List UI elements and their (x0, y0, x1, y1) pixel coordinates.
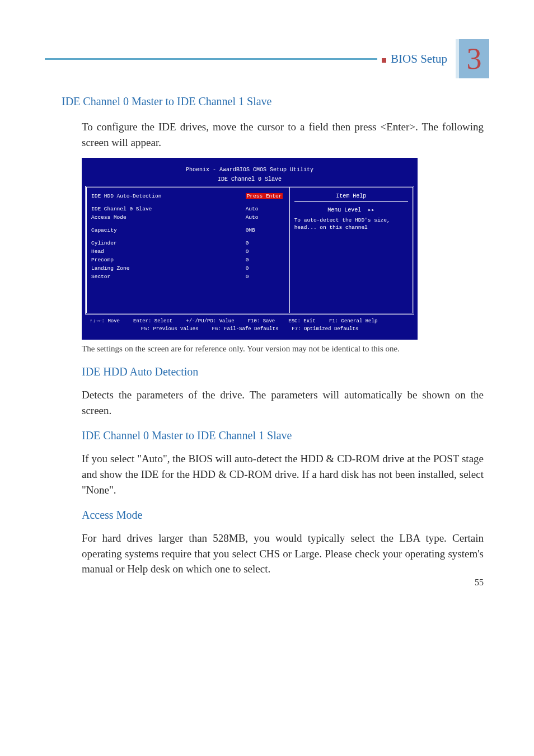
bios-left-panel: IDE HDD Auto-Detection Press Enter IDE C… (87, 187, 290, 313)
bios-footer-pupd: +/-/PU/PD: Value (186, 318, 234, 326)
section-2-text: Detects the parameters of the drive. The… (82, 387, 484, 418)
bios-footer-nav: ↑↓→←: Move (90, 318, 120, 326)
bios-footer-f10: F10: Save (248, 318, 275, 326)
section-title-4: Access Mode (82, 509, 484, 522)
bios-footer-f5: F5: Previous Values (141, 326, 199, 334)
bios-title-1: Phoenix - AwardBIOS CMOS Setup Utility (85, 161, 414, 176)
bios-row-0: IDE HDD Auto-Detection Press Enter (91, 193, 285, 199)
bios-label: Head (91, 248, 246, 255)
bios-label: Capacity (91, 227, 246, 233)
screenshot-caption: The settings on the screen are for refer… (62, 343, 484, 354)
page-content: IDE Channel 0 Master to IDE Channel 1 Sl… (45, 95, 489, 577)
bios-label: IDE Channel 0 Slave (91, 206, 246, 212)
bios-value: Auto (246, 214, 285, 220)
bios-footer-esc: ESC: Exit (288, 318, 316, 326)
intro-paragraph: To configure the IDE drives, move the cu… (62, 119, 484, 150)
bios-footer-f1: F1: General Help (329, 318, 377, 326)
bios-footer: ↑↓→←: Move Enter: Select +/-/PU/PD: Valu… (85, 314, 414, 336)
section-4-text: For hard drives larger than 528MB, you w… (82, 530, 484, 577)
bios-footer-f6: F6: Fail-Safe Defaults (212, 326, 278, 334)
section-title-3: IDE Channel 0 Master to IDE Channel 1 Sl… (82, 429, 484, 442)
page-number: 55 (475, 577, 484, 588)
bios-help-body: To auto-detect the HDD's size, head... o… (294, 217, 408, 232)
bios-label: Cylinder (91, 240, 246, 246)
bios-value: 0 (246, 274, 285, 280)
bios-footer-row-1: ↑↓→←: Move Enter: Select +/-/PU/PD: Valu… (90, 318, 410, 326)
arrow-right-icon: ▸▸ (368, 206, 374, 213)
header-text: BIOS Setup (391, 52, 447, 65)
bios-row-5: Head 0 (91, 248, 285, 255)
marker-icon (382, 58, 386, 63)
bios-value: Auto (246, 206, 285, 212)
bios-help-title: Item Help (294, 193, 408, 199)
bios-value: 0 (246, 248, 285, 255)
bios-row-2: Access Mode Auto (91, 214, 285, 220)
bios-value: 0MB (246, 227, 285, 233)
bios-row-7: Landing Zone 0 (91, 265, 285, 271)
document-page: BIOS Setup 3 IDE Channel 0 Master to IDE… (0, 0, 534, 607)
bios-value: 0 (246, 240, 285, 246)
bios-value: 0 (246, 257, 285, 263)
bios-row-3: Capacity 0MB (91, 227, 285, 233)
header-section-label: BIOS Setup (382, 52, 456, 66)
bios-label: IDE HDD Auto-Detection (91, 193, 246, 199)
sections-block: IDE HDD Auto Detection Detects the param… (62, 365, 484, 576)
bios-panel: IDE HDD Auto-Detection Press Enter IDE C… (85, 186, 414, 314)
bios-footer-f7: F7: Optimized Defaults (292, 326, 358, 334)
header-rule (45, 58, 377, 60)
chapter-badge: 3 (456, 39, 489, 78)
bios-label: Access Mode (91, 214, 246, 220)
bios-label: Sector (91, 274, 246, 280)
section-title-2: IDE HDD Auto Detection (82, 365, 484, 378)
bios-title-2: IDE Channel 0 Slave (85, 176, 414, 186)
section-title-1: IDE Channel 0 Master to IDE Channel 1 Sl… (62, 95, 484, 108)
bios-value: Press Enter (246, 193, 285, 199)
bios-label: Landing Zone (91, 265, 246, 271)
bios-row-6: Precomp 0 (91, 257, 285, 263)
bios-screenshot: Phoenix - AwardBIOS CMOS Setup Utility I… (82, 158, 418, 340)
bios-divider (294, 201, 408, 202)
section-3-text: If you select "Auto", the BIOS will auto… (82, 451, 484, 497)
bios-row-1: IDE Channel 0 Slave Auto (91, 206, 285, 212)
bios-menu-level: Menu Level ▸▸ (294, 206, 408, 213)
bios-right-panel: Item Help Menu Level ▸▸ To auto-detect t… (290, 187, 413, 313)
page-header: BIOS Setup 3 (45, 39, 489, 78)
bios-row-4: Cylinder 0 (91, 240, 285, 246)
bios-footer-enter: Enter: Select (133, 318, 172, 326)
bios-row-8: Sector 0 (91, 274, 285, 280)
chapter-number: 3 (467, 41, 482, 76)
bios-footer-row-2: F5: Previous Values F6: Fail-Safe Defaul… (90, 326, 410, 334)
bios-value: 0 (246, 265, 285, 271)
bios-label: Precomp (91, 257, 246, 263)
